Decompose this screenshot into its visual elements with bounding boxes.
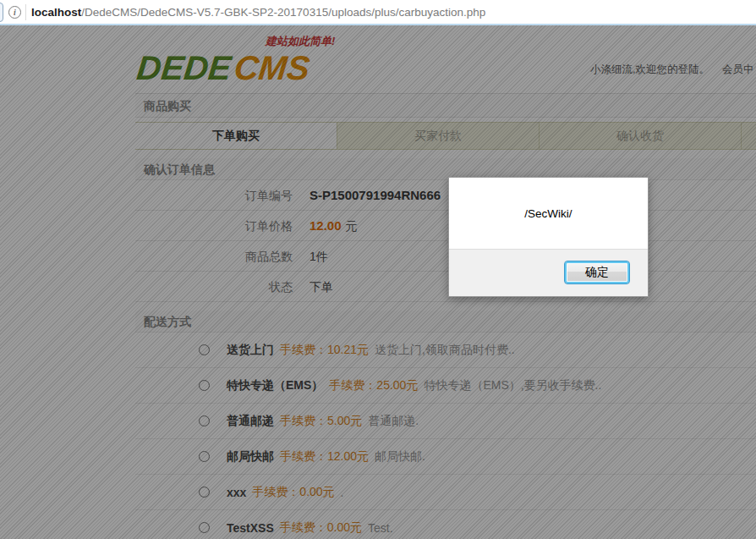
alert-message: /SecWiki/ bbox=[524, 207, 572, 220]
alert-dialog: /SecWiki/ 确定 bbox=[448, 177, 649, 297]
browser-address-bar[interactable]: i localhost/DedeCMS/DedeCMS-V5.7-GBK-SP2… bbox=[0, 0, 756, 25]
url-path: /DedeCMS/DedeCMS-V5.7-GBK-SP2-20170315/u… bbox=[81, 6, 485, 19]
url-host: localhost bbox=[31, 6, 81, 19]
url-text[interactable]: localhost/DedeCMS/DedeCMS-V5.7-GBK-SP2-2… bbox=[31, 0, 485, 25]
alert-ok-button[interactable]: 确定 bbox=[564, 261, 630, 284]
address-bar-divider bbox=[25, 4, 26, 20]
alert-dialog-footer: 确定 bbox=[449, 249, 648, 296]
browser-chrome-fragment bbox=[0, 3, 3, 22]
page-info-icon[interactable]: i bbox=[8, 6, 21, 19]
